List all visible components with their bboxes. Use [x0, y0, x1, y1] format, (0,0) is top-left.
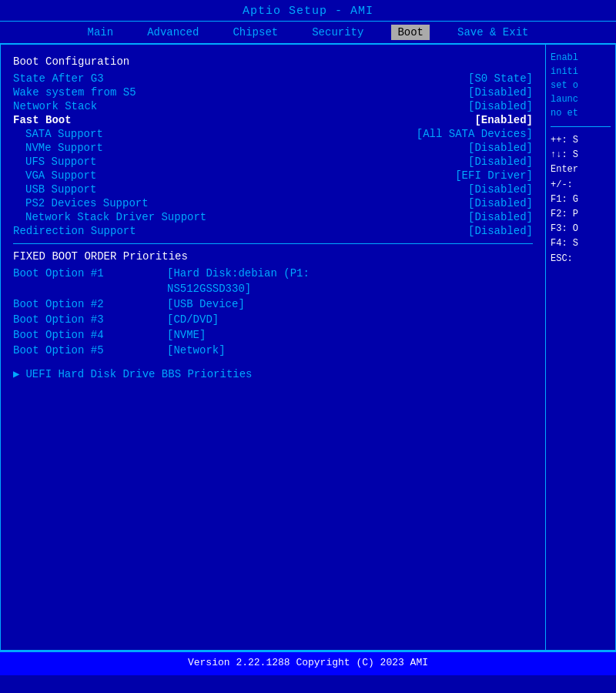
menu-item-boot[interactable]: Boot [391, 25, 430, 40]
help-key-line-8: ESC: [551, 252, 611, 266]
submenu-arrow-icon: ▶ [13, 367, 19, 380]
help-panel: Enablinitiset olauncno et++: S↑↓: SEnter… [546, 45, 615, 650]
help-text-line-1: initi [551, 65, 611, 79]
config-value: [S0 State] [468, 72, 533, 85]
footer-text: Version 2.22.1288 Copyright (C) 2023 AMI [188, 657, 428, 668]
menu-item-save-and-exit[interactable]: Save & Exit [451, 25, 534, 40]
menu-item-security[interactable]: Security [306, 25, 370, 40]
boot-option-value2: NS512GSSD330] [167, 283, 251, 295]
help-key-line-4: F1: G [551, 192, 611, 207]
config-value: [Disabled] [468, 100, 533, 112]
config-row-1[interactable]: Wake system from S5[Disabled] [13, 86, 533, 99]
menu-item-chipset[interactable]: Chipset [226, 25, 284, 40]
fixed-boot-header: FIXED BOOT ORDER Priorities [13, 250, 533, 263]
help-text-line-4: no et [551, 106, 611, 120]
help-key-line-3: +/-: [551, 178, 611, 192]
menu-item-main[interactable]: Main [82, 25, 120, 40]
config-value: [Disabled] [468, 225, 533, 237]
help-key-line-0: ++: S [551, 133, 611, 148]
config-row-0[interactable]: State After G3[S0 State] [13, 72, 533, 85]
app-title: Aptio Setup - AMI [243, 5, 373, 18]
help-key-line-6: F3: O [551, 222, 611, 236]
help-key-line-5: F2: P [551, 207, 611, 222]
help-key-line-7: F4: S [551, 236, 611, 251]
config-label: UFS Support [13, 156, 182, 168]
boot-option-row-1[interactable]: Boot Option #2[USB Device] [13, 298, 533, 310]
help-divider [551, 126, 611, 127]
config-row-5[interactable]: NVMe Support[Disabled] [13, 142, 533, 154]
config-value: [All SATA Devices] [417, 128, 533, 140]
boot-option-label: Boot Option #5 [13, 344, 167, 357]
config-label: NVMe Support [13, 142, 182, 154]
config-row-4[interactable]: SATA Support[All SATA Devices] [13, 128, 533, 140]
config-value: [Disabled] [468, 211, 533, 223]
section-header: Boot Configuration [13, 55, 533, 68]
config-value: [Enabled] [474, 114, 533, 126]
config-value: [Disabled] [468, 142, 533, 154]
config-row-7[interactable]: VGA Support[EFI Driver] [13, 169, 533, 182]
menu-bar: MainAdvancedChipsetSecurityBootSave & Ex… [0, 21, 616, 44]
boot-option-value: [Network] [167, 344, 226, 357]
boot-option-label: Boot Option #4 [13, 329, 167, 341]
boot-option-row-4[interactable]: Boot Option #5[Network] [13, 344, 533, 357]
footer: Version 2.22.1288 Copyright (C) 2023 AMI [0, 651, 616, 675]
content-panel: Boot ConfigurationState After G3[S0 Stat… [1, 45, 546, 650]
config-row-11[interactable]: Redirection Support[Disabled] [13, 225, 533, 237]
help-text-line-2: set o [551, 79, 611, 92]
help-text-line-0: Enabl [551, 51, 611, 65]
boot-option-label: Boot Option #2 [13, 298, 167, 310]
title-bar: Aptio Setup - AMI [0, 0, 616, 21]
help-key-line-1: ↑↓: S [551, 148, 611, 162]
boot-option-row-inner2: NS512GSSD330] [13, 283, 533, 295]
config-value: [Disabled] [468, 86, 533, 99]
menu-item-advanced[interactable]: Advanced [141, 25, 205, 40]
config-row-6[interactable]: UFS Support[Disabled] [13, 156, 533, 168]
boot-option-label: Boot Option #3 [13, 313, 167, 326]
config-row-3[interactable]: Fast Boot[Enabled] [13, 114, 533, 126]
submenu-label: UEFI Hard Disk Drive BBS Priorities [25, 368, 252, 380]
config-value: [Disabled] [468, 197, 533, 209]
config-label: USB Support [13, 183, 182, 196]
config-label: PS2 Devices Support [13, 197, 182, 209]
config-label: Redirection Support [13, 225, 182, 237]
config-label: Fast Boot [13, 114, 182, 126]
config-label: VGA Support [13, 169, 182, 182]
boot-option-value: [Hard Disk:debian (P1: [167, 267, 310, 280]
config-value: [EFI Driver] [455, 169, 533, 182]
boot-option-value: [NVME] [167, 329, 206, 341]
config-row-10[interactable]: Network Stack Driver Support[Disabled] [13, 211, 533, 223]
config-row-9[interactable]: PS2 Devices Support[Disabled] [13, 197, 533, 209]
config-label: SATA Support [13, 128, 182, 140]
config-label: State After G3 [13, 72, 182, 85]
section-divider [13, 243, 533, 244]
config-row-2[interactable]: Network Stack[Disabled] [13, 100, 533, 112]
boot-option-row-3[interactable]: Boot Option #4[NVME] [13, 329, 533, 341]
boot-option-value: [USB Device] [167, 298, 245, 310]
boot-option-row-0[interactable]: Boot Option #1[Hard Disk:debian (P1:NS51… [13, 267, 533, 295]
config-label: Network Stack [13, 100, 182, 112]
config-label: Wake system from S5 [13, 86, 182, 99]
help-text-line-3: launc [551, 92, 611, 106]
boot-option-label-empty [13, 283, 167, 295]
config-row-8[interactable]: USB Support[Disabled] [13, 183, 533, 196]
boot-option-row-2[interactable]: Boot Option #3[CD/DVD] [13, 313, 533, 326]
help-key-line-2: Enter [551, 162, 611, 177]
config-value: [Disabled] [468, 183, 533, 196]
boot-option-label: Boot Option #1 [13, 267, 167, 280]
boot-option-row-inner: Boot Option #1[Hard Disk:debian (P1: [13, 267, 533, 280]
boot-option-value: [CD/DVD] [167, 313, 219, 326]
uefi-hdd-bbs-submenu[interactable]: ▶UEFI Hard Disk Drive BBS Priorities [13, 367, 533, 380]
config-value: [Disabled] [468, 156, 533, 168]
config-label: Network Stack Driver Support [13, 211, 206, 223]
main-layout: Boot ConfigurationState After G3[S0 Stat… [0, 44, 616, 651]
